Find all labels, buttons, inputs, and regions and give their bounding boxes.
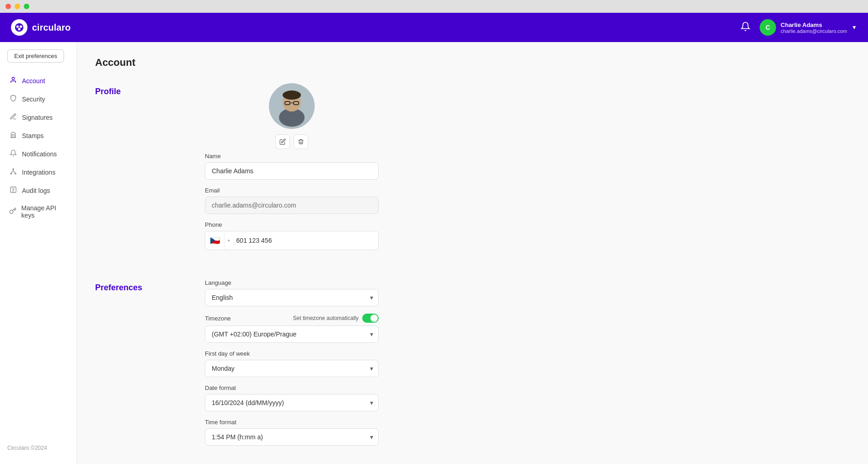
sidebar-item-audit-logs[interactable]: Audit logs bbox=[0, 181, 76, 200]
sidebar-item-stamps-label: Stamps bbox=[22, 132, 43, 139]
main-content: Account Profile bbox=[77, 42, 868, 464]
sidebar: Exit preferences Account Security bbox=[0, 42, 77, 464]
nav-right: C Charlie Adams charlie.adams@circularo.… bbox=[739, 19, 857, 36]
edit-avatar-button[interactable] bbox=[275, 134, 290, 149]
delete-avatar-button[interactable] bbox=[294, 134, 308, 149]
date-format-select[interactable]: 16/10/2024 (dd/MM/yyyy) 10/16/2024 (MM/d… bbox=[205, 394, 379, 411]
phone-field-group: Phone 🇨🇿 • bbox=[205, 221, 379, 250]
svg-point-3 bbox=[18, 28, 21, 30]
sidebar-item-audit-logs-label: Audit logs bbox=[22, 187, 50, 194]
sidebar-item-notifications-label: Notifications bbox=[22, 150, 57, 158]
phone-input[interactable] bbox=[233, 232, 378, 249]
language-select[interactable]: English Czech Slovak German French bbox=[205, 289, 379, 306]
auto-timezone-area: Set timezone automatically bbox=[293, 314, 379, 323]
sidebar-item-security-label: Security bbox=[22, 96, 45, 103]
avatar-actions bbox=[275, 134, 308, 149]
first-day-field-group: First day of week Monday Sunday Saturday… bbox=[205, 350, 379, 377]
sidebar-item-integrations-label: Integrations bbox=[22, 169, 55, 176]
sidebar-item-notifications[interactable]: Notifications bbox=[0, 145, 76, 163]
email-input bbox=[205, 197, 379, 214]
timezone-field-group: Timezone Set timezone automatically (GMT… bbox=[205, 314, 379, 343]
exit-preferences-button[interactable]: Exit preferences bbox=[7, 49, 64, 63]
timezone-select-wrap: (GMT +02:00) Europe/Prague (GMT +00:00) … bbox=[205, 325, 379, 343]
sidebar-item-stamps[interactable]: Stamps bbox=[0, 127, 76, 145]
sidebar-item-manage-api-keys-label: Manage API keys bbox=[21, 204, 67, 219]
timezone-label-row: Timezone Set timezone automatically bbox=[205, 314, 379, 323]
key-icon bbox=[9, 207, 17, 216]
time-format-select-wrap: 1:54 PM (h:mm a) 13:54 (HH:mm) ▾ bbox=[205, 428, 379, 446]
preferences-section: Preferences Language English Czech Slova… bbox=[95, 279, 850, 453]
profile-picture-area bbox=[205, 83, 379, 149]
logo-icon bbox=[11, 19, 27, 36]
close-button[interactable] bbox=[5, 4, 11, 9]
logo-text: circularo bbox=[32, 22, 70, 33]
svg-point-12 bbox=[283, 91, 301, 100]
sidebar-item-integrations[interactable]: Integrations bbox=[0, 163, 76, 181]
email-label: Email bbox=[205, 187, 379, 194]
sidebar-item-account[interactable]: Account bbox=[0, 72, 76, 90]
time-format-field-group: Time format 1:54 PM (h:mm a) 13:54 (HH:m… bbox=[205, 419, 379, 446]
language-select-wrap: English Czech Slovak German French ▾ bbox=[205, 289, 379, 306]
phone-separator: • bbox=[225, 237, 233, 244]
sidebar-item-manage-api-keys[interactable]: Manage API keys bbox=[0, 200, 76, 224]
svg-point-2 bbox=[20, 25, 22, 28]
file-icon bbox=[9, 186, 17, 195]
integrations-icon bbox=[9, 168, 17, 177]
first-day-select[interactable]: Monday Sunday Saturday bbox=[205, 360, 379, 377]
date-format-label: Date format bbox=[205, 384, 379, 391]
sidebar-item-signatures-label: Signatures bbox=[22, 114, 53, 121]
profile-section: Profile bbox=[95, 83, 850, 257]
page-title: Account bbox=[95, 57, 850, 69]
sidebar-item-signatures[interactable]: Signatures bbox=[0, 108, 76, 127]
timezone-label: Timezone bbox=[205, 315, 231, 322]
phone-wrapper: 🇨🇿 • bbox=[205, 231, 379, 250]
chevron-down-icon: ▼ bbox=[852, 24, 857, 31]
sidebar-item-security[interactable]: Security bbox=[0, 90, 76, 108]
language-field-group: Language English Czech Slovak German Fre… bbox=[205, 279, 379, 306]
svg-point-6 bbox=[11, 173, 12, 174]
date-format-select-wrap: 16/10/2024 (dd/MM/yyyy) 10/16/2024 (MM/d… bbox=[205, 394, 379, 411]
time-format-select[interactable]: 1:54 PM (h:mm a) 13:54 (HH:mm) bbox=[205, 428, 379, 446]
person-icon bbox=[9, 76, 17, 85]
pen-icon bbox=[9, 113, 17, 122]
user-email: charlie.adams@circularo.com bbox=[781, 28, 847, 34]
user-name: Charlie Adams bbox=[781, 21, 847, 28]
profile-section-label: Profile bbox=[95, 83, 168, 257]
sidebar-footer: Circularo ©2024 bbox=[0, 439, 76, 457]
bell-icon bbox=[9, 149, 17, 159]
first-day-select-wrap: Monday Sunday Saturday ▾ bbox=[205, 360, 379, 377]
sidebar-item-account-label: Account bbox=[22, 77, 45, 85]
profile-section-content: Name Email Phone 🇨🇿 • bbox=[205, 83, 379, 257]
auto-timezone-toggle[interactable] bbox=[362, 314, 379, 323]
sidebar-nav: Account Security Signatures bbox=[0, 72, 76, 224]
minimize-button[interactable] bbox=[15, 4, 20, 9]
main-layout: Exit preferences Account Security bbox=[0, 42, 868, 464]
first-day-label: First day of week bbox=[205, 350, 379, 357]
svg-point-5 bbox=[13, 169, 14, 170]
svg-point-7 bbox=[15, 173, 16, 174]
user-info: Charlie Adams charlie.adams@circularo.co… bbox=[781, 21, 847, 34]
email-field-group: Email bbox=[205, 187, 379, 214]
title-bar bbox=[0, 0, 868, 13]
phone-flag: 🇨🇿 bbox=[205, 231, 225, 250]
svg-point-4 bbox=[12, 77, 14, 80]
language-label: Language bbox=[205, 279, 379, 286]
name-label: Name bbox=[205, 153, 379, 160]
name-field-group: Name bbox=[205, 153, 379, 180]
auto-timezone-label: Set timezone automatically bbox=[293, 315, 359, 321]
user-avatar: C bbox=[760, 19, 776, 36]
time-format-label: Time format bbox=[205, 419, 379, 426]
phone-label: Phone bbox=[205, 221, 379, 228]
notification-button[interactable] bbox=[739, 20, 752, 36]
svg-point-1 bbox=[16, 25, 19, 28]
date-format-field-group: Date format 16/10/2024 (dd/MM/yyyy) 10/1… bbox=[205, 384, 379, 411]
user-menu[interactable]: C Charlie Adams charlie.adams@circularo.… bbox=[760, 19, 857, 36]
timezone-select[interactable]: (GMT +02:00) Europe/Prague (GMT +00:00) … bbox=[205, 325, 379, 343]
maximize-button[interactable] bbox=[24, 4, 29, 9]
stamp-icon bbox=[9, 131, 17, 140]
name-input[interactable] bbox=[205, 162, 379, 180]
logo: circularo bbox=[11, 19, 70, 36]
preferences-section-label: Preferences bbox=[95, 279, 168, 453]
top-nav: circularo C Charlie Adams charlie.adams@… bbox=[0, 13, 868, 42]
avatar bbox=[269, 83, 315, 129]
